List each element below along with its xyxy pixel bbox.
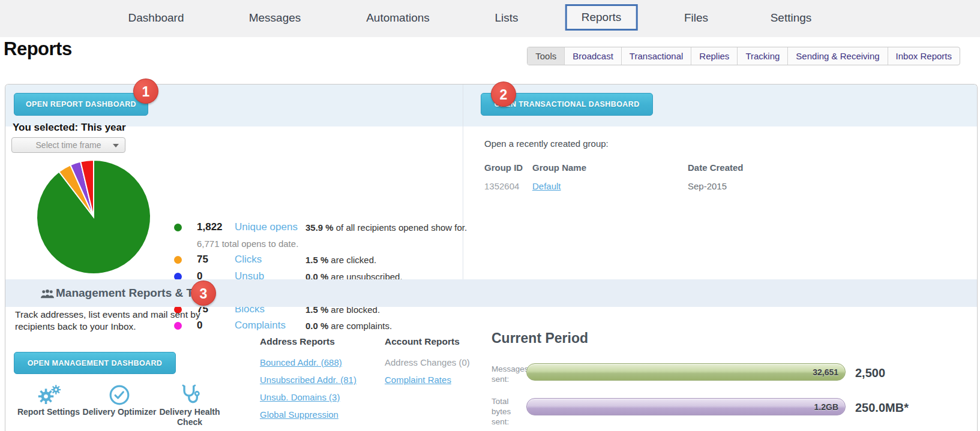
tab-tools[interactable]: Tools <box>528 47 564 65</box>
time-frame-select-value: Select time frame <box>36 140 101 150</box>
nav-settings[interactable]: Settings <box>771 11 812 25</box>
annotation-badge-1: 1 <box>133 79 158 104</box>
complaint-rates-link[interactable]: Complaint Rates <box>385 375 451 385</box>
column-header-group-name: Group Name <box>532 162 586 173</box>
delivery-health-check-tool[interactable]: Delivery Health Check <box>151 383 229 427</box>
nav-dashboard[interactable]: Dashboard <box>128 11 184 25</box>
column-header-group-id: Group ID <box>484 162 523 173</box>
delivery-optimizer-tool[interactable]: Delivery Optimizer <box>80 383 158 417</box>
nav-automations[interactable]: Automations <box>366 11 430 25</box>
check-circle-icon <box>80 383 158 407</box>
address-changes-item: Address Changes (0) <box>385 357 470 367</box>
unique-opens-link[interactable]: Unique opens <box>235 221 298 233</box>
report-settings-tool[interactable]: Report Settings <box>10 383 88 417</box>
total-bytes-sent-label: Total bytes sent: <box>492 396 528 427</box>
tab-tracking[interactable]: Tracking <box>737 47 787 65</box>
tool-label: Report Settings <box>10 407 88 417</box>
tool-label: Delivery Optimizer <box>80 407 158 417</box>
caret-down-icon <box>113 144 119 147</box>
messages-limit-value: 2,500 <box>855 366 885 380</box>
gears-icon <box>10 383 88 407</box>
page-title: Reports <box>4 38 72 60</box>
management-section-header: Management Reports & Tools <box>5 279 977 307</box>
bounced-addresses-link[interactable]: Bounced Addr. (688) <box>260 357 342 367</box>
tool-label: Delivery Health Check <box>151 407 229 427</box>
column-header-date-created: Date Created <box>688 162 744 173</box>
unsub-domains-link[interactable]: Unsub. Domains (3) <box>260 392 340 402</box>
messages-sent-label: Messages sent: <box>492 364 528 384</box>
selected-timeframe-label: You selected: This year <box>13 122 126 134</box>
messages-sent-bar: 32,651 <box>526 363 846 381</box>
total-bytes-sent-bar: 1.2GB <box>526 398 846 415</box>
stat-percent: 35.9 % <box>305 222 334 233</box>
stat-desc: are clicked. <box>331 255 376 265</box>
top-navigation: Dashboard Messages Automations Lists Rep… <box>0 0 980 37</box>
nav-reports[interactable]: Reports <box>565 4 638 31</box>
group-id-cell: 1352604 <box>484 181 519 191</box>
tab-broadcast[interactable]: Broadcast <box>564 47 621 65</box>
users-icon <box>40 289 55 299</box>
stat-row-unique-opens: 1,822 Unique opens 35.9 %of all recipien… <box>174 221 462 234</box>
open-management-dashboard-button[interactable]: OPEN MANAGEMENT DASHBOARD <box>14 352 176 374</box>
tab-transactional[interactable]: Transactional <box>621 47 691 65</box>
unsubscribed-addresses-link[interactable]: Unsubscribed Addr. (81) <box>260 375 356 385</box>
address-reports-title: Address Reports <box>260 336 335 347</box>
open-report-dashboard-button[interactable]: OPEN REPORT DASHBOARD <box>14 93 148 116</box>
stat-row-clicks: 75 Clicks 1.5 %are clicked. <box>174 254 462 267</box>
recent-group-intro: Open a recently created group: <box>484 138 609 149</box>
global-suppression-link[interactable]: Global Suppression <box>260 409 338 420</box>
stat-value: 1,822 <box>197 221 223 233</box>
stat-percent: 1.5 % <box>305 255 328 265</box>
tab-sending-and-receiving[interactable]: Sending & Receiving <box>787 47 887 65</box>
time-frame-select[interactable]: Select time frame <box>11 137 125 153</box>
group-name-link[interactable]: Default <box>532 181 561 191</box>
complaints-link[interactable]: Complaints <box>235 320 286 331</box>
stat-percent: 0.0 % <box>305 321 328 331</box>
annotation-badge-3: 3 <box>191 281 216 306</box>
bytes-limit-value: 250.0MB* <box>855 401 909 415</box>
panel-vertical-divider <box>463 85 463 279</box>
management-description: Track addresses, list events and mail se… <box>15 309 222 333</box>
stat-desc: are complaints. <box>331 321 392 331</box>
nav-messages[interactable]: Messages <box>249 11 301 25</box>
opens-pie-chart <box>34 158 153 276</box>
stat-value: 75 <box>197 254 208 266</box>
legend-dot-unique-opens <box>174 224 182 231</box>
reports-page: Dashboard Messages Automations Lists Rep… <box>0 0 980 431</box>
clicks-link[interactable]: Clicks <box>235 254 262 266</box>
account-reports-title: Account Reports <box>385 336 460 347</box>
total-opens-note: 6,771 total opens to date. <box>197 239 298 249</box>
stat-desc: of all recipients opened show for. <box>336 222 467 233</box>
legend-dot-clicks <box>174 256 182 264</box>
report-subtabs: Tools Broadcast Transactional Replies Tr… <box>527 47 960 65</box>
nav-lists[interactable]: Lists <box>495 11 518 25</box>
current-period-title: Current Period <box>492 330 588 346</box>
reports-tools-panel: OPEN REPORT DASHBOARD 1 OPEN TRANSACTION… <box>5 84 978 431</box>
annotation-badge-2: 2 <box>491 82 516 107</box>
tab-inbox-reports[interactable]: Inbox Reports <box>888 47 960 65</box>
stethoscope-icon <box>151 383 229 407</box>
tab-replies[interactable]: Replies <box>691 47 737 65</box>
date-created-cell: Sep-2015 <box>688 181 727 191</box>
nav-files[interactable]: Files <box>684 11 708 25</box>
